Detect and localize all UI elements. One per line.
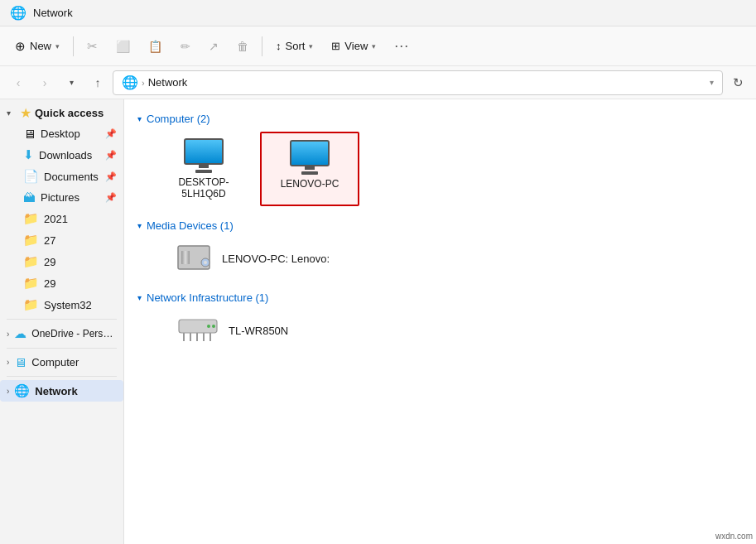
sidebar-separator-3 xyxy=(7,376,117,377)
folder-2021-icon: 📁 xyxy=(23,211,39,226)
main-layout: ▾ ★ Quick access 🖥 Desktop 📌 ⬇ Downloads… xyxy=(0,99,756,544)
onedrive-chevron-icon: › xyxy=(7,330,9,339)
sidebar-item-2021[interactable]: 📁 2021 xyxy=(0,208,123,229)
monitor-screen xyxy=(184,138,224,165)
title-bar-text: Network xyxy=(33,7,73,19)
sidebar-separator-2 xyxy=(7,348,117,349)
network-infra-section-chevron-icon: ▾ xyxy=(137,293,142,302)
toolbar-separator-1 xyxy=(73,36,74,56)
sidebar-item-27-label: 27 xyxy=(44,234,55,247)
grid-item-lenovo-pc[interactable]: LENOVO-PC xyxy=(260,132,359,206)
quick-access-header[interactable]: ▾ ★ Quick access xyxy=(0,103,123,123)
paste-button[interactable]: 📋 xyxy=(140,31,171,61)
lenovo-media-label: LENOVO-PC: Lenovo: xyxy=(222,253,330,265)
sidebar-item-pictures[interactable]: 🏔 Pictures 📌 xyxy=(0,187,123,208)
sidebar-item-29a-label: 29 xyxy=(44,256,55,268)
onedrive-icon: ☁ xyxy=(14,326,26,341)
sidebar-separator-1 xyxy=(7,319,117,320)
list-item-lenovo-media[interactable]: LENOVO-PC: Lenovo: xyxy=(171,238,743,278)
delete-icon: 🗑 xyxy=(237,40,248,53)
desktop-pc-icon xyxy=(184,138,224,173)
star-icon: ★ xyxy=(20,105,31,121)
new-chevron-icon: ▾ xyxy=(55,42,60,51)
sidebar-item-desktop-label: Desktop xyxy=(41,128,80,140)
sidebar-item-downloads-label: Downloads xyxy=(39,149,92,161)
sidebar-item-27[interactable]: 📁 27 xyxy=(0,229,123,251)
new-button[interactable]: ⊕ New ▾ xyxy=(7,31,68,61)
svg-point-4 xyxy=(204,261,207,264)
downloads-icon: ⬇ xyxy=(23,147,34,162)
rename-button[interactable]: ✏ xyxy=(172,31,199,61)
sidebar-item-documents-label: Documents xyxy=(44,171,99,183)
up-button[interactable]: ↑ xyxy=(86,71,109,94)
pin-icon-pictures: 📌 xyxy=(105,192,117,203)
sidebar-item-system32-label: System32 xyxy=(44,299,92,311)
cut-icon: ✂ xyxy=(87,39,98,54)
sidebar-item-onedrive[interactable]: › ☁ OneDrive - Personal xyxy=(0,323,123,344)
computer-chevron-icon: › xyxy=(7,358,9,367)
network-infra-items-grid: TL-WR850N xyxy=(137,311,743,350)
sidebar-item-29b[interactable]: 📁 29 xyxy=(0,272,123,294)
view-icon: ⊞ xyxy=(331,40,340,52)
sidebar-item-documents[interactable]: 📄 Documents 📌 xyxy=(0,166,123,187)
sort-label: Sort xyxy=(286,40,306,52)
lenovo-monitor-screen xyxy=(290,140,330,166)
svg-rect-5 xyxy=(179,320,217,333)
paste-icon: 📋 xyxy=(148,40,162,53)
breadcrumb-network-label: Network xyxy=(148,76,188,89)
sidebar-item-network[interactable]: › 🌐 Network xyxy=(0,380,123,402)
documents-icon: 📄 xyxy=(23,169,39,184)
more-icon: ··· xyxy=(394,37,409,55)
sidebar-item-system32[interactable]: 📁 System32 xyxy=(0,294,123,315)
cut-button[interactable]: ✂ xyxy=(79,31,106,61)
section-header-media[interactable]: ▾ Media Devices (1) xyxy=(137,219,743,232)
copy-icon: ⬜ xyxy=(116,40,130,53)
section-header-computer[interactable]: ▾ Computer (2) xyxy=(137,113,743,125)
sort-button[interactable]: ↕ Sort ▾ xyxy=(267,31,321,61)
pin-icon-documents: 📌 xyxy=(105,171,117,182)
forward-button[interactable]: › xyxy=(33,71,56,94)
address-input[interactable]: 🌐 › Network ▾ xyxy=(113,70,723,95)
refresh-button[interactable]: ↻ xyxy=(726,71,749,94)
media-device-icon xyxy=(177,243,214,273)
grid-item-desktop-pc[interactable]: DESKTOP-5LH1Q6D xyxy=(154,132,253,206)
title-bar: 🌐 Network xyxy=(0,0,756,26)
sidebar-item-pictures-label: Pictures xyxy=(41,191,79,204)
copy-button[interactable]: ⬜ xyxy=(108,31,138,61)
lenovo-monitor-base xyxy=(301,171,318,175)
sidebar-item-computer[interactable]: › 🖥 Computer xyxy=(0,352,123,373)
desktop-pc-label: DESKTOP-5LH1Q6D xyxy=(164,176,243,200)
sidebar-item-desktop[interactable]: 🖥 Desktop 📌 xyxy=(0,123,123,144)
sidebar-section-quick-access: ▾ ★ Quick access 🖥 Desktop 📌 ⬇ Downloads… xyxy=(0,103,123,315)
sidebar-onedrive-label: OneDrive - Personal xyxy=(31,328,117,339)
sidebar-computer-label: Computer xyxy=(31,356,79,368)
list-item-router[interactable]: TL-WR850N xyxy=(171,311,743,350)
breadcrumb: 🌐 › Network xyxy=(122,75,705,90)
toolbar: ⊕ New ▾ ✂ ⬜ 📋 ✏ ↗ 🗑 ↕ Sort ▾ ⊞ View ▾ ··… xyxy=(0,26,756,66)
sidebar-item-downloads[interactable]: ⬇ Downloads 📌 xyxy=(0,144,123,166)
router-svg-icon xyxy=(177,318,220,343)
view-button[interactable]: ⊞ View ▾ xyxy=(323,31,384,61)
delete-button[interactable]: 🗑 xyxy=(229,31,257,61)
sidebar-item-2021-label: 2021 xyxy=(44,213,68,225)
plus-icon: ⊕ xyxy=(15,39,26,54)
address-dropdown-chevron[interactable]: ▾ xyxy=(710,78,714,87)
folder-system32-icon: 📁 xyxy=(23,297,39,312)
sidebar-item-29a[interactable]: 📁 29 xyxy=(0,251,123,272)
monitor-base xyxy=(195,170,212,173)
pin-icon-downloads: 📌 xyxy=(105,150,117,161)
sort-icon: ↕ xyxy=(276,40,282,52)
share-button[interactable]: ↗ xyxy=(200,31,227,61)
pin-icon-desktop: 📌 xyxy=(105,128,117,139)
media-svg-icon xyxy=(177,244,214,272)
new-label: New xyxy=(30,40,51,52)
computer-section-title: Computer (2) xyxy=(147,113,210,125)
svg-point-12 xyxy=(212,325,215,328)
back-button[interactable]: ‹ xyxy=(7,71,30,94)
computer-icon: 🖥 xyxy=(14,355,26,369)
recent-locations-button[interactable]: ▾ xyxy=(60,71,83,94)
more-options-button[interactable]: ··· xyxy=(386,31,417,61)
breadcrumb-separator: › xyxy=(142,78,145,88)
section-header-network-infra[interactable]: ▾ Network Infrastructure (1) xyxy=(137,291,743,304)
computer-section-chevron-icon: ▾ xyxy=(137,114,142,123)
